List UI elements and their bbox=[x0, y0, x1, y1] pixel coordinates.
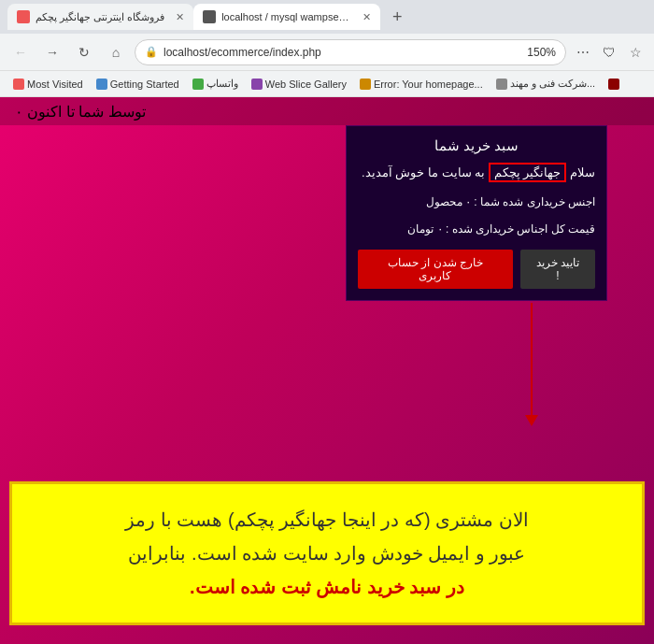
bookmark-favicon-3 bbox=[192, 79, 204, 90]
zoom-level: 150% bbox=[527, 46, 556, 59]
browser-chrome: فروشگاه اینترنتی جهانگیر پچکم ✕ localhos… bbox=[0, 0, 654, 97]
shield-icon: 🛡 bbox=[598, 41, 620, 64]
nav-extras: ⋯ 🛡 ☆ bbox=[572, 41, 647, 64]
tab1-label: فروشگاه اینترنتی جهانگیر پچکم bbox=[36, 11, 164, 23]
page-content: توسط شما تا اکنون ۰ سبد خرید شما سلام جه… bbox=[0, 97, 654, 644]
cart-username: جهانگیر پچکم bbox=[489, 163, 567, 182]
annotation-part2: عبور و ایمیل خودش وارد سایت شده است. بنا… bbox=[128, 543, 525, 564]
bookmark-label-4: Web Slice Gallery bbox=[265, 79, 347, 90]
star-icon[interactable]: ☆ bbox=[624, 41, 647, 64]
tab2-label: localhost / mysql wampserver / ec... bbox=[221, 11, 351, 22]
url-bar[interactable]: 🔒 localhost/ecommerce/index.php 150% bbox=[135, 39, 566, 65]
forward-button[interactable]: → bbox=[39, 39, 65, 65]
home-button[interactable]: ⌂ bbox=[103, 39, 129, 65]
annotation-part1: الان مشتری (که در اینجا جهانگیر پچکم) هس… bbox=[125, 509, 528, 530]
bookmark-label-2: Getting Started bbox=[110, 79, 179, 90]
bookmark-favicon-1 bbox=[13, 79, 24, 90]
lock-icon: 🔒 bbox=[145, 46, 158, 58]
cart-welcome: سلام جهانگیر پچکم به سایت ما خوش آمدید. bbox=[358, 164, 595, 183]
bookmark-favicon-4 bbox=[251, 79, 263, 90]
tab-1[interactable]: فروشگاه اینترنتی جهانگیر پچکم ✕ bbox=[7, 4, 193, 30]
cart-buttons: تایید خرید ! خارج شدن از حساب کاربری bbox=[358, 250, 595, 289]
annotation-text: الان مشتری (که در اینجا جهانگیر پچکم) هس… bbox=[35, 503, 619, 604]
tab2-close[interactable]: ✕ bbox=[363, 11, 371, 23]
tab1-close[interactable]: ✕ bbox=[176, 11, 184, 23]
arrow-tip bbox=[525, 415, 538, 426]
bookmark-error[interactable]: Error: Your homepage... bbox=[354, 77, 489, 92]
nav-bar: ← → ↻ ⌂ 🔒 localhost/ecommerce/index.php … bbox=[0, 34, 654, 71]
bookmark-whatsapp[interactable]: واتساپ bbox=[187, 76, 244, 92]
menu-dots[interactable]: ⋯ bbox=[572, 41, 594, 64]
bookmark-extra[interactable] bbox=[603, 77, 625, 92]
tab2-favicon bbox=[203, 10, 216, 23]
cart-total: قیمت کل اجناس خریداری شده : ۰ تومان bbox=[358, 218, 595, 240]
tab1-favicon bbox=[17, 10, 30, 23]
url-text: localhost/ecommerce/index.php bbox=[164, 46, 521, 59]
topbar-text: توسط شما تا اکنون ۰ bbox=[15, 103, 146, 121]
bookmark-label-1: Most Visited bbox=[27, 79, 83, 90]
cart-title: سبد خرید شما bbox=[358, 137, 595, 154]
bookmark-company[interactable]: شرکت فنی و مهند... bbox=[490, 76, 601, 92]
cart-items: اجنس خریداری شده شما : ۰ محصول bbox=[358, 191, 595, 213]
tab-bar: فروشگاه اینترنتی جهانگیر پچکم ✕ localhos… bbox=[0, 0, 654, 34]
annotation-part3: در سبد خرید نامش ثبت شده است. bbox=[190, 577, 464, 597]
back-button[interactable]: ← bbox=[7, 39, 34, 65]
bookmark-getting-started[interactable]: Getting Started bbox=[91, 77, 185, 92]
bookmark-most-visited[interactable]: Most Visited bbox=[7, 77, 89, 92]
bookmark-favicon-5 bbox=[360, 79, 371, 90]
bookmark-favicon-7 bbox=[608, 79, 619, 90]
bookmark-label-6: شرکت فنی و مهند... bbox=[510, 78, 595, 90]
bookmark-label-3: واتساپ bbox=[206, 78, 238, 90]
new-tab-button[interactable]: + bbox=[384, 4, 410, 30]
bookmark-favicon-2 bbox=[96, 79, 107, 90]
bookmark-web-slice[interactable]: Web Slice Gallery bbox=[246, 77, 352, 92]
bookmark-label-5: Error: Your homepage... bbox=[374, 79, 483, 90]
cart-dropdown: سبد خرید شما سلام جهانگیر پچکم به سایت م… bbox=[346, 125, 607, 301]
confirm-purchase-button[interactable]: تایید خرید ! bbox=[520, 250, 595, 289]
arrow-line bbox=[531, 303, 533, 415]
bookmarks-bar: Most Visited Getting Started واتساپ Web … bbox=[0, 71, 654, 97]
refresh-button[interactable]: ↻ bbox=[71, 39, 97, 65]
logout-button[interactable]: خارج شدن از حساب کاربری bbox=[358, 250, 513, 289]
bookmark-favicon-6 bbox=[496, 79, 507, 90]
page-topbar: توسط شما تا اکنون ۰ bbox=[0, 97, 654, 125]
annotation-box: الان مشتری (که در اینجا جهانگیر پچکم) هس… bbox=[9, 481, 645, 625]
tab-2[interactable]: localhost / mysql wampserver / ec... ✕ bbox=[193, 4, 380, 30]
